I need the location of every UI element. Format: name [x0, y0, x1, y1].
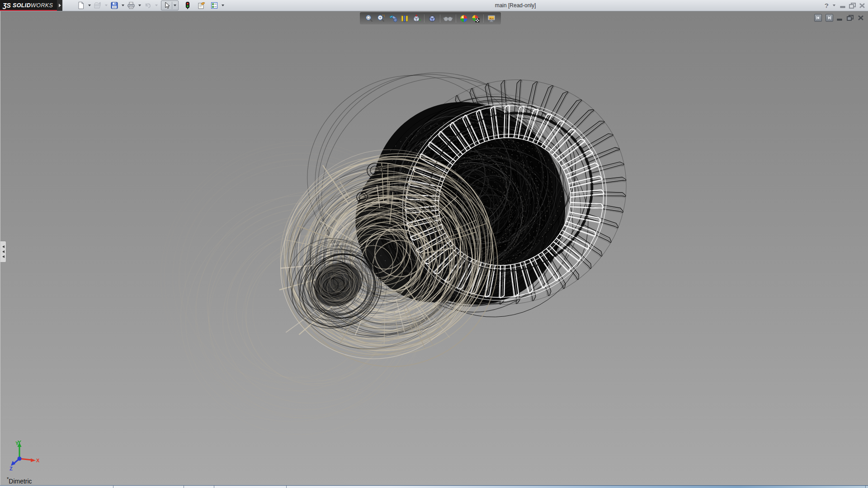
headsup-separator: [456, 14, 456, 23]
headsup-separator: [483, 14, 484, 23]
hide-show-items-button[interactable]: [442, 13, 454, 24]
standard-toolbar: [76, 0, 226, 10]
view-orientation-icon: [412, 14, 421, 23]
doc-close-button[interactable]: [858, 15, 864, 21]
solidworks-logo-glyph: ƷS: [3, 2, 11, 9]
undo-dropdown: [155, 5, 158, 6]
file-properties-icon: [197, 1, 206, 9]
engine-wireframe-model[interactable]: [0, 11, 868, 486]
save-floppy-icon: [110, 1, 118, 9]
help-button[interactable]: ?: [825, 2, 829, 9]
previous-view-button[interactable]: [387, 13, 399, 24]
select-button[interactable]: [162, 0, 172, 10]
pane-right-button[interactable]: [826, 14, 833, 22]
edit-appearance-button[interactable]: [458, 13, 470, 24]
solidworks-logo: ƷS SOLID WORKS: [0, 0, 57, 11]
document-window-controls: [814, 14, 864, 22]
select-dropdown[interactable]: [174, 5, 176, 6]
brand-red-underline: [0, 10, 57, 11]
graphics-area[interactable]: X Z Y *Dimetric: [0, 11, 868, 486]
collapse-arrow-icon: [2, 250, 5, 253]
doc-minimize-button[interactable]: [837, 15, 843, 21]
headsup-view-toolbar: [360, 12, 501, 24]
view-orientation-label: *Dimetric: [7, 476, 32, 485]
eyeglasses-icon: [443, 14, 453, 23]
save-button[interactable]: [109, 0, 119, 10]
new-document-button[interactable]: [76, 0, 86, 10]
zoom-to-fit-icon: [365, 14, 374, 23]
open-button[interactable]: [93, 0, 103, 10]
display-style-button[interactable]: [426, 13, 438, 24]
status-divider: [286, 486, 287, 488]
rebuild-trafficlight-icon: [184, 1, 192, 9]
appearance-sphere-icon: [459, 14, 468, 23]
pane-right-icon: [827, 15, 832, 20]
menu-expand-arrow[interactable]: [57, 0, 62, 11]
options-button[interactable]: [209, 0, 219, 10]
status-bar: [0, 485, 868, 488]
view-settings-icon: [487, 14, 496, 23]
app-close-button[interactable]: [859, 3, 865, 9]
help-dropdown[interactable]: [833, 5, 835, 6]
open-folder-icon: [94, 1, 102, 9]
options-dropdown[interactable]: [222, 5, 224, 6]
headsup-separator: [424, 14, 425, 23]
options-checklist-icon: [210, 1, 218, 9]
select-tool-group: [161, 0, 179, 10]
file-properties-button[interactable]: [196, 0, 207, 10]
orientation-text: Dimetric: [9, 478, 32, 485]
previous-view-icon: [388, 14, 397, 23]
select-cursor-icon: [163, 1, 171, 9]
brand-name-bold: SOLID: [13, 2, 31, 9]
doc-restore-button[interactable]: [847, 15, 854, 21]
status-divider: [184, 486, 184, 488]
section-view-button[interactable]: [399, 13, 410, 24]
view-orientation-button[interactable]: [410, 13, 422, 24]
print-dropdown[interactable]: [138, 5, 141, 6]
pane-left-icon: [816, 15, 821, 20]
section-view-icon: [400, 14, 409, 23]
window-title: main [Read-only]: [470, 0, 561, 11]
headsup-separator: [440, 14, 440, 23]
app-restore-button[interactable]: [849, 3, 856, 9]
new-document-dropdown[interactable]: [88, 5, 91, 6]
triad-x-label: X: [36, 458, 40, 463]
orientation-triad: X Z Y: [9, 441, 40, 472]
apply-scene-button[interactable]: [470, 13, 481, 24]
zoom-to-area-button[interactable]: [375, 13, 387, 24]
triad-y-label: Y: [15, 441, 19, 446]
new-document-icon: [77, 1, 85, 9]
print-icon: [127, 1, 135, 9]
status-divider: [113, 486, 113, 488]
app-minimize-button[interactable]: [840, 3, 846, 8]
undo-button[interactable]: [143, 0, 153, 10]
triad-z-label: Z: [9, 466, 13, 470]
view-settings-button[interactable]: [486, 13, 497, 24]
status-divider: [865, 486, 866, 488]
pane-left-button[interactable]: [814, 14, 822, 22]
app-window-controls: ?: [825, 0, 865, 11]
collapse-arrow-icon: [2, 245, 5, 248]
rebuild-button[interactable]: [183, 0, 193, 10]
collapse-arrow-icon: [2, 255, 5, 258]
brand-name-light: WORKS: [31, 2, 53, 9]
apply-scene-icon: [471, 14, 480, 23]
open-dropdown: [105, 5, 108, 6]
status-divider: [214, 486, 214, 488]
zoom-to-fit-button[interactable]: [363, 13, 375, 24]
print-button[interactable]: [126, 0, 136, 10]
save-dropdown[interactable]: [122, 5, 124, 6]
titlebar: ƷS SOLID WORKS: [0, 0, 868, 11]
zoom-to-area-icon: [377, 14, 386, 23]
display-style-icon: [428, 14, 437, 23]
featuremanager-collapsed-tab[interactable]: [0, 241, 6, 263]
undo-icon: [144, 1, 152, 9]
